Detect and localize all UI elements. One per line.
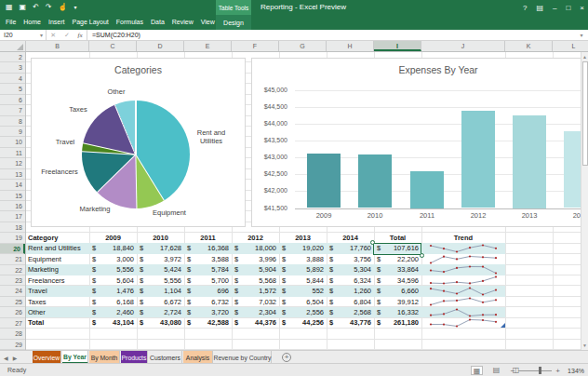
- sparkline-cell[interactable]: [421, 243, 505, 253]
- row-header-15[interactable]: 15: [0, 191, 25, 201]
- sparkline-cell[interactable]: [421, 286, 505, 296]
- table-cell[interactable]: $5,568: [232, 275, 279, 286]
- table-column-header[interactable]: Category: [26, 233, 89, 243]
- table-cell-category[interactable]: Taxes: [26, 297, 89, 307]
- selection-handle-top-left[interactable]: [370, 240, 375, 245]
- row-header-24[interactable]: 24: [0, 286, 25, 296]
- table-cell[interactable]: $1,476: [89, 286, 137, 296]
- table-cell[interactable]: $19,020: [279, 243, 327, 253]
- table-cell[interactable]: $6,324: [327, 275, 374, 286]
- table-cell[interactable]: $552: [279, 286, 327, 296]
- bar-2013[interactable]: [513, 115, 546, 208]
- touch-mode-icon[interactable]: ☝: [59, 0, 68, 15]
- sparkline-cell[interactable]: [421, 297, 505, 307]
- sparkline-cell[interactable]: [421, 275, 505, 286]
- pie-chart[interactable]: CategoriesRent and UtilitiesEquipmentMar…: [31, 58, 246, 227]
- new-sheet-button[interactable]: +: [282, 353, 291, 362]
- sheet-tab-analysis[interactable]: Analysis: [183, 351, 213, 364]
- row-header-27[interactable]: 27: [0, 318, 25, 329]
- close-icon[interactable]: ×: [580, 4, 584, 12]
- column-header-E[interactable]: E: [184, 41, 232, 51]
- table-row[interactable]: Rent and Utilities$18,840$17,628$16,368$…: [26, 243, 505, 253]
- tab-view[interactable]: View: [201, 15, 215, 30]
- table-cell[interactable]: $6,732: [184, 297, 232, 307]
- sheet-tab-by-year[interactable]: By Year: [62, 351, 88, 364]
- table-column-header[interactable]: 2014: [327, 233, 374, 243]
- table-cell[interactable]: $5,556: [89, 264, 137, 275]
- tab-page-layout[interactable]: Page Layout: [72, 15, 108, 30]
- table-cell[interactable]: $18,840: [89, 243, 137, 253]
- table-cell[interactable]: $261,180: [374, 317, 421, 328]
- row-header-16[interactable]: 16: [0, 201, 25, 211]
- table-column-header[interactable]: 2010: [137, 233, 184, 243]
- column-header-F[interactable]: F: [232, 41, 279, 51]
- table-cell[interactable]: $3,000: [89, 254, 137, 264]
- table-row[interactable]: Taxes$6,168$6,672$6,732$7,032$6,504$6,80…: [26, 297, 505, 307]
- table-cell[interactable]: $2,568: [327, 307, 374, 317]
- sheet-tab-products[interactable]: Products: [121, 351, 148, 364]
- row-header-17[interactable]: 17: [0, 211, 25, 222]
- row-header-4[interactable]: 4: [0, 74, 25, 84]
- table-column-header[interactable]: 2013: [279, 233, 327, 243]
- vertical-scrollbar[interactable]: ▲ ▼: [581, 52, 588, 350]
- tab-insert[interactable]: Insert: [48, 15, 65, 30]
- table-cell[interactable]: $696: [184, 286, 232, 296]
- tab-review[interactable]: Review: [172, 15, 194, 30]
- table-cell[interactable]: $43,104: [89, 317, 137, 328]
- table-cell[interactable]: $39,912: [374, 297, 421, 307]
- tab-formulas[interactable]: Formulas: [116, 15, 143, 30]
- sheet-next-icon[interactable]: ▶: [13, 355, 18, 361]
- table-row[interactable]: Freelancers$5,604$5,556$5,700$5,568$5,84…: [26, 275, 505, 286]
- selection-handle-bottom-right[interactable]: [420, 253, 424, 258]
- sparkline-cell[interactable]: [421, 264, 505, 275]
- normal-view-icon[interactable]: ▦: [471, 366, 483, 375]
- table-cell[interactable]: $3,888: [279, 254, 327, 264]
- table-cell-category[interactable]: Total: [26, 317, 89, 328]
- row-header-10[interactable]: 10: [0, 137, 25, 147]
- bar-2011[interactable]: [410, 171, 444, 208]
- sparkline-cell[interactable]: [421, 254, 505, 264]
- table-cell[interactable]: $16,332: [374, 307, 421, 317]
- table-cell[interactable]: $17,760: [327, 243, 374, 253]
- row-header-5[interactable]: 5: [0, 84, 25, 94]
- tab-data[interactable]: Data: [151, 15, 165, 30]
- table-row[interactable]: Travel$1,476$1,104$696$1,572$552$1,260$6…: [26, 286, 505, 296]
- table-cell[interactable]: $5,892: [279, 264, 327, 275]
- sheet-tab-overview[interactable]: Overview: [33, 351, 61, 364]
- cancel-entry-icon[interactable]: ✕: [50, 32, 56, 39]
- row-header-14[interactable]: 14: [0, 180, 25, 190]
- table-column-header[interactable]: 2012: [232, 233, 279, 243]
- table-cell[interactable]: $1,104: [137, 286, 184, 296]
- row-header-28[interactable]: 28: [0, 329, 25, 339]
- row-header-12[interactable]: 12: [0, 158, 25, 168]
- table-cell-category[interactable]: Travel: [26, 286, 89, 296]
- row-header-25[interactable]: 25: [0, 297, 25, 307]
- bar-2009[interactable]: [307, 154, 341, 208]
- table-cell[interactable]: $44,376: [232, 317, 279, 328]
- table-row[interactable]: Marketing$5,556$5,424$5,784$5,904$5,892$…: [26, 264, 505, 275]
- table-cell[interactable]: $6,168: [89, 297, 137, 307]
- table-cell[interactable]: $5,784: [184, 264, 232, 275]
- sheet-tab-revenue-by-country[interactable]: Revenue by Country: [214, 351, 272, 364]
- row-header-19[interactable]: 19: [0, 233, 25, 243]
- table-cell[interactable]: $5,304: [327, 264, 374, 275]
- table-cell[interactable]: $5,700: [184, 275, 232, 286]
- row-header-18[interactable]: 18: [0, 222, 25, 233]
- redo-icon[interactable]: ↷: [46, 0, 52, 15]
- table-cell[interactable]: $3,972: [137, 254, 184, 264]
- page-layout-view-icon[interactable]: ▤: [490, 366, 502, 375]
- table-row[interactable]: Equipment$3,000$3,972$3,588$3,996$3,888$…: [26, 254, 505, 264]
- tab-design[interactable]: Design: [216, 15, 251, 30]
- zoom-in-icon[interactable]: +: [555, 367, 560, 375]
- table-cell-category[interactable]: Rent and Utilities: [26, 243, 89, 253]
- table-row[interactable]: Total$43,104$43,080$42,588$44,376$44,256…: [26, 317, 505, 328]
- column-header-C[interactable]: C: [89, 41, 137, 51]
- table-cell[interactable]: $44,256: [279, 317, 327, 328]
- name-box-dropdown-icon[interactable]: ▾: [40, 32, 46, 38]
- zoom-level[interactable]: 134%: [564, 368, 584, 374]
- table-cell[interactable]: $3,756: [327, 254, 374, 264]
- formula-input[interactable]: =SUM(C20:H20): [87, 30, 575, 40]
- table-cell[interactable]: $6,672: [137, 297, 184, 307]
- table-cell[interactable]: $2,304: [232, 307, 279, 317]
- column-header-H[interactable]: H: [327, 41, 374, 51]
